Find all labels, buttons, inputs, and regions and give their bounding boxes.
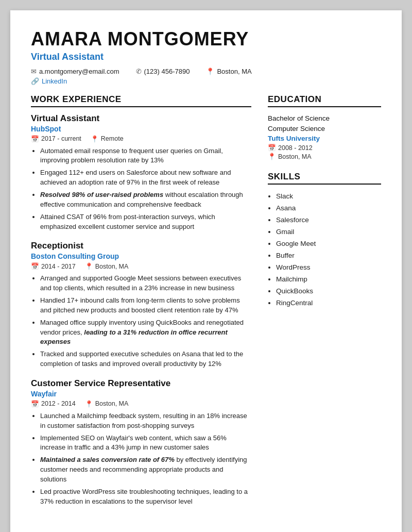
job-date-3: 📅 2012 - 2014	[31, 400, 76, 408]
skill-1: Slack	[276, 191, 381, 203]
job-bullets-1: Automated email response to frequent use…	[40, 146, 251, 232]
bullet-3-4: Led proactive WordPress site troubleshoo…	[40, 487, 251, 507]
skills-list: Slack Asana Salesforce Gmail Google Meet…	[276, 191, 381, 309]
location-value: Boston, MA	[217, 68, 251, 75]
job-bullets-3: Launched a Mailchimp feedback system, re…	[40, 411, 251, 507]
bullet-3-3: Maintained a sales conversion rate of 67…	[40, 455, 251, 485]
job-block-2: Receptionist Boston Consulting Group 📅 2…	[31, 241, 251, 369]
job-title-header: Virtual Assistant	[31, 52, 381, 62]
company-name-1: HubSpot	[31, 125, 251, 133]
linkedin-icon: 🔗	[31, 77, 39, 85]
job-meta-2: 📅 2014 - 2017 📍 Boston, MA	[31, 262, 251, 270]
bullet-2-2: Handled 17+ inbound calls from long-term…	[40, 296, 251, 315]
job-title-2: Receptionist	[31, 241, 251, 251]
calendar-icon-2: 📅	[31, 262, 39, 270]
bullet-1-3: Resolved 98% of user-raised problems wit…	[40, 190, 251, 210]
resume-paper: AMARA MONTGOMERY Virtual Assistant ✉ a.m…	[10, 10, 402, 532]
left-column: WORK EXPERIENCE Virtual Assistant HubSpo…	[31, 94, 251, 516]
bullet-2-3: Managed office supply inventory using Qu…	[40, 318, 251, 347]
edu-years: 📅 2008 - 2012	[268, 144, 381, 152]
location-item: 📍 Boston, MA	[206, 68, 251, 75]
bullet-2-4: Tracked and supported executive schedule…	[40, 350, 251, 369]
job-date-2: 📅 2014 - 2017	[31, 262, 76, 270]
company-name-3: Wayfair	[31, 390, 251, 398]
job-block-3: Customer Service Representative Wayfair …	[31, 378, 251, 507]
skill-7: WordPress	[276, 262, 381, 274]
bullet-1-1: Automated email response to frequent use…	[40, 146, 251, 166]
calendar-icon-1: 📅	[31, 135, 39, 143]
phone-icon: ✆	[136, 68, 142, 75]
skill-10: RingCentral	[276, 297, 381, 309]
loc-icon-3: 📍	[85, 400, 93, 408]
main-columns: WORK EXPERIENCE Virtual Assistant HubSpo…	[31, 94, 381, 516]
bold-text-2-3: leading to a 31% reduction in office rec…	[40, 328, 228, 346]
edu-meta: 📅 2008 - 2012 📍 Boston, MA	[268, 144, 381, 160]
edu-location: 📍 Boston, MA	[268, 153, 381, 160]
calendar-icon-3: 📅	[31, 400, 39, 408]
right-column: EDUCATION Bachelor of Science Computer S…	[268, 94, 381, 516]
edu-school: Tufts University	[268, 135, 381, 142]
skill-5: Google Meet	[276, 238, 381, 250]
bold-text-1-3: Resolved 98% of user-raised problems	[40, 191, 163, 198]
job-title-1: Virtual Assistant	[31, 113, 251, 124]
skills-title: SKILLS	[268, 172, 381, 185]
skill-2: Asana	[276, 203, 381, 214]
location-icon: 📍	[206, 68, 214, 75]
header: AMARA MONTGOMERY Virtual Assistant ✉ a.m…	[31, 29, 381, 85]
skill-4: Gmail	[276, 226, 381, 238]
email-value: a.montgomery@email.com	[39, 68, 119, 75]
job-bullets-2: Arranged and supported Google Meet sessi…	[40, 274, 251, 369]
job-meta-3: 📅 2012 - 2014 📍 Boston, MA	[31, 400, 251, 408]
linkedin-link[interactable]: LinkedIn	[42, 77, 67, 85]
job-location-1: 📍 Remote	[91, 135, 124, 143]
bullet-2-1: Arranged and supported Google Meet sessi…	[40, 274, 251, 293]
bullet-3-2: Implemented SEO on Wayfair's web content…	[40, 434, 251, 453]
job-location-2: 📍 Boston, MA	[85, 262, 129, 270]
job-meta-1: 📅 2017 - current 📍 Remote	[31, 135, 251, 143]
bullet-3-1: Launched a Mailchimp feedback system, re…	[40, 411, 251, 431]
contact-row-2: 🔗 LinkedIn	[31, 77, 381, 85]
company-name-2: Boston Consulting Group	[31, 252, 251, 260]
loc-icon-2: 📍	[85, 262, 93, 270]
job-block-1: Virtual Assistant HubSpot 📅 2017 - curre…	[31, 113, 251, 232]
linkedin-item[interactable]: 🔗 LinkedIn	[31, 77, 67, 85]
email-item: ✉ a.montgomery@email.com	[31, 68, 119, 75]
email-icon: ✉	[31, 68, 37, 75]
job-title-3: Customer Service Representative	[31, 378, 251, 389]
education-title: EDUCATION	[268, 94, 381, 107]
skill-8: Mailchimp	[276, 274, 381, 286]
contact-row-1: ✉ a.montgomery@email.com ✆ (123) 456-789…	[31, 68, 381, 75]
calendar-icon-edu: 📅	[268, 144, 276, 152]
job-date-1: 📅 2017 - current	[31, 135, 81, 143]
work-experience-title: WORK EXPERIENCE	[31, 94, 251, 107]
skill-3: Salesforce	[276, 214, 381, 226]
skills-section: SKILLS Slack Asana Salesforce Gmail Goog…	[268, 172, 381, 309]
loc-icon-edu: 📍	[268, 153, 276, 160]
full-name: AMARA MONTGOMERY	[31, 29, 381, 49]
edu-degree: Bachelor of Science Computer Science	[268, 113, 381, 135]
job-location-3: 📍 Boston, MA	[85, 400, 129, 408]
phone-item: ✆ (123) 456-7890	[136, 68, 190, 75]
bullet-1-4: Attained CSAT of 96% from post-interacti…	[40, 212, 251, 232]
bold-text-3-3: Maintained a sales conversion rate of 67…	[40, 456, 175, 463]
phone-value: (123) 456-7890	[144, 68, 190, 75]
bullet-1-2: Engaged 112+ end users on Salesforce abo…	[40, 168, 251, 188]
loc-icon-1: 📍	[91, 135, 99, 143]
skill-6: Buffer	[276, 250, 381, 262]
skill-9: QuickBooks	[276, 286, 381, 297]
education-section: EDUCATION Bachelor of Science Computer S…	[268, 94, 381, 161]
